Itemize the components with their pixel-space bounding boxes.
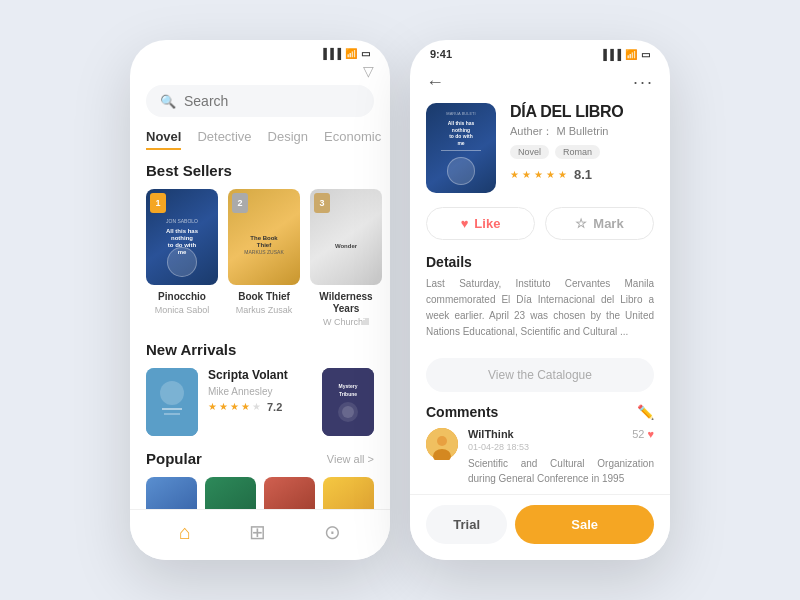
like-button[interactable]: ♥ Like (426, 207, 535, 240)
comment-likes-count-0: 52 (632, 428, 644, 440)
filter-icon[interactable]: ▽ (363, 63, 374, 79)
hero-cover-inner: MARUA BULETI All this hasnothingto do wi… (426, 103, 496, 193)
search-bar[interactable]: 🔍 (146, 85, 374, 117)
book-name-1: Pinocchio (158, 291, 206, 303)
bottom-nav: ⌂ ⊞ ⊙ (130, 509, 390, 560)
book-author: Auther： M Bulletrin (510, 124, 654, 139)
best-sellers-row: 1 JON SABOLO All this hasnothingto do wi… (130, 189, 390, 341)
nav-profile[interactable]: ⊙ (324, 520, 341, 544)
book-cover-2: 2 The BookThief MARKUS ZUSAK (228, 189, 300, 285)
best-seller-2[interactable]: 2 The BookThief MARKUS ZUSAK Book Thief … (228, 189, 300, 327)
book-name-2: Book Thief (238, 291, 290, 303)
mark-button[interactable]: ☆ Mark (545, 207, 654, 240)
like-label: Like (474, 216, 500, 231)
details-section: Details Last Saturday, Instituto Cervant… (410, 254, 670, 350)
comments-section: Comments ✏️ WilThink 52 ♥ (410, 404, 670, 486)
status-icons-left: ▐▐▐ 📶 ▭ (320, 48, 370, 59)
star-4: ★ (241, 401, 250, 412)
avatar-0 (426, 428, 458, 460)
category-economic[interactable]: Economic (324, 129, 381, 150)
hero-cover: MARUA BULETI All this hasnothingto do wi… (426, 103, 496, 193)
comments-header: Comments ✏️ (426, 404, 654, 420)
best-sellers-title: Best Sellers (130, 162, 390, 189)
search-input[interactable] (184, 93, 360, 109)
popular-header: Popular View all > (130, 450, 390, 477)
popular-title: Popular (146, 450, 202, 467)
details-title: Details (426, 254, 654, 270)
mark-label: Mark (593, 216, 623, 231)
signal-icon: ▐▐▐ (320, 48, 341, 59)
comment-text-0: Scientific and Cultural Organization dur… (468, 456, 654, 486)
categories-row: Novel Detective Design Economic His. (130, 129, 390, 162)
time-right: 9:41 (430, 48, 452, 60)
signal-icon-r: ▐▐▐ (600, 49, 621, 60)
arrival-cover-1 (146, 368, 198, 436)
comments-title: Comments (426, 404, 498, 420)
svg-point-10 (437, 436, 447, 446)
wifi-icon-r: 📶 (625, 49, 637, 60)
star-2: ★ (219, 401, 228, 412)
comment-likes-0: 52 ♥ (632, 428, 654, 440)
arrival-cover-2[interactable]: Mystery Tribune (322, 368, 374, 436)
view-all-label[interactable]: View all > (327, 453, 374, 465)
svg-point-1 (160, 381, 184, 405)
sale-button[interactable]: Sale (515, 505, 654, 544)
comment-time-0: 01-04-28 18:53 (468, 442, 654, 452)
star-3: ★ (230, 401, 239, 412)
nav-books[interactable]: ⊞ (249, 520, 266, 544)
svg-text:Mystery: Mystery (339, 383, 358, 389)
arrival-author-1: Mike Annesley (208, 386, 312, 397)
hero-star-3: ★ (534, 169, 543, 180)
author-value: M Bulletrin (556, 125, 608, 137)
book-title: DÍA DEL LIBRO (510, 103, 654, 121)
category-novel[interactable]: Novel (146, 129, 181, 150)
nav-home[interactable]: ⌂ (179, 521, 191, 544)
category-design[interactable]: Design (268, 129, 308, 150)
trial-button[interactable]: Trial (426, 505, 507, 544)
hero-star-1: ★ (510, 169, 519, 180)
hero-info: DÍA DEL LIBRO Auther： M Bulletrin Novel … (510, 103, 654, 182)
left-phone: ▐▐▐ 📶 ▭ ▽ 🔍 Novel Detective Design Econo… (130, 40, 390, 560)
back-button[interactable]: ← (426, 72, 444, 93)
star-5: ★ (252, 401, 261, 412)
book-name-3: Wilderness Years (310, 291, 382, 315)
best-seller-1[interactable]: 1 JON SABOLO All this hasnothingto do wi… (146, 189, 218, 327)
book-cover-text-1: JON SABOLO All this hasnothingto do with… (146, 189, 218, 285)
svg-rect-2 (162, 408, 182, 410)
stars-row-1: ★ ★ ★ ★ ★ 7.2 (208, 401, 312, 413)
comment-meta-0: WilThink 52 ♥ (468, 428, 654, 440)
battery-icon-r: ▭ (641, 49, 650, 60)
category-detective[interactable]: Detective (197, 129, 251, 150)
like-heart-icon: ♥ (461, 216, 469, 231)
book-author-1: Monica Sabol (155, 305, 210, 315)
hero-rating: ★ ★ ★ ★ ★ 8.1 (510, 167, 654, 182)
action-row: ♥ Like ☆ Mark (410, 207, 670, 254)
book-cover-1: 1 JON SABOLO All this hasnothingto do wi… (146, 189, 218, 285)
star-1: ★ (208, 401, 217, 412)
book-cover-text-3: Wonder (310, 189, 382, 285)
edit-icon[interactable]: ✏️ (637, 404, 654, 420)
arrival-title-1: Scripta Volant (208, 368, 312, 384)
hero-star-5: ★ (558, 169, 567, 180)
bottom-actions: Trial Sale (410, 494, 670, 560)
status-bar-left: ▐▐▐ 📶 ▭ (130, 40, 390, 63)
mark-star-icon: ☆ (575, 216, 587, 231)
svg-point-8 (342, 406, 354, 418)
comment-heart-icon: ♥ (647, 428, 654, 440)
author-label: Auther： (510, 125, 553, 137)
status-bar-right: 9:41 ▐▐▐ 📶 ▭ (410, 40, 670, 64)
more-button[interactable]: ··· (633, 72, 654, 93)
filter-row: ▽ (130, 63, 390, 85)
hero-rating-num: 8.1 (574, 167, 592, 182)
tags-row: Novel Roman (510, 145, 654, 159)
arrival-card-1[interactable]: Scripta Volant Mike Annesley ★ ★ ★ ★ ★ 7… (146, 368, 312, 436)
book-cover-3: 3 Wonder (310, 189, 382, 285)
book-author-2: Markus Zusak (236, 305, 293, 315)
best-seller-3[interactable]: 3 Wonder Wilderness Years W Churchill (310, 189, 382, 327)
rating-number-1: 7.2 (267, 401, 282, 413)
svg-text:Tribune: Tribune (339, 391, 357, 397)
comment-body-0: WilThink 52 ♥ 01-04-28 18:53 Scientific … (468, 428, 654, 486)
hero-star-4: ★ (546, 169, 555, 180)
tag-roman: Roman (555, 145, 600, 159)
view-catalogue-button[interactable]: View the Catalogue (426, 358, 654, 392)
